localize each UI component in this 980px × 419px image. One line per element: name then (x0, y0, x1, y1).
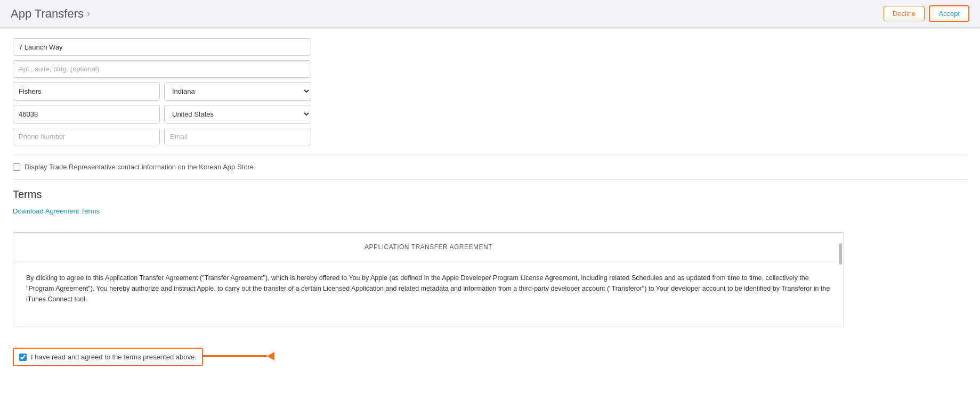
country-select[interactable]: United States (164, 105, 311, 124)
agree-checkbox[interactable] (19, 354, 27, 361)
agree-arrow-indicator (203, 352, 274, 360)
zip-input[interactable] (13, 105, 160, 124)
state-select[interactable]: Indiana (164, 82, 311, 101)
terms-section: Terms Download Agreement Terms APPLICATI… (13, 188, 967, 366)
bottom-section: I have read and agreed to the terms pres… (13, 337, 967, 366)
download-agreement-link[interactable]: Download Agreement Terms (13, 207, 100, 215)
accept-button[interactable]: Accept (929, 5, 969, 22)
arrow-left-head (267, 352, 274, 360)
agree-row: I have read and agreed to the terms pres… (13, 348, 203, 366)
header: App Transfers › Decline Accept (0, 0, 980, 28)
agreement-box: APPLICATION TRANSFER AGREEMENT By clicki… (13, 232, 844, 326)
divider-2 (13, 179, 967, 180)
arrow-left-line (203, 355, 267, 357)
phone-input[interactable] (13, 128, 160, 145)
korean-checkbox[interactable] (13, 163, 20, 171)
korean-checkbox-label: Display Trade Representative contact inf… (25, 163, 254, 171)
korean-checkbox-row: Display Trade Representative contact inf… (13, 163, 967, 171)
main-content: Indiana United States Display Trade Repr… (0, 28, 980, 419)
terms-title: Terms (13, 188, 967, 201)
header-title-area: App Transfers › (11, 7, 90, 21)
city-input[interactable] (13, 82, 160, 101)
email-input[interactable] (164, 128, 311, 145)
scrollbar[interactable] (839, 243, 842, 265)
phone-email-row (13, 128, 311, 145)
decline-button[interactable]: Decline (884, 6, 925, 21)
page-title: App Transfers (11, 7, 84, 21)
address-form: Indiana United States (13, 38, 311, 145)
breadcrumb-chevron: › (87, 8, 90, 19)
address-line1-input[interactable] (13, 38, 311, 56)
agreement-body: By clicking to agree to this Application… (13, 262, 844, 326)
city-state-row: Indiana (13, 82, 311, 101)
zip-country-row: United States (13, 105, 311, 124)
divider-1 (13, 154, 967, 154)
header-buttons: Decline Accept (884, 5, 969, 22)
agreement-header: APPLICATION TRANSFER AGREEMENT (13, 233, 844, 262)
address-line2-input[interactable] (13, 60, 311, 78)
agree-label: I have read and agreed to the terms pres… (31, 353, 197, 361)
